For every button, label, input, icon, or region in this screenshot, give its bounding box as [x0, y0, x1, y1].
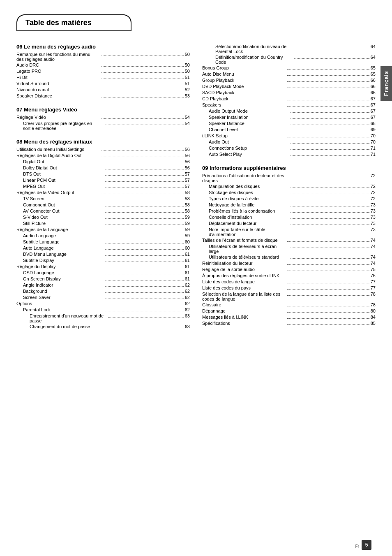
toc-entry: Définition/modification du Country Code …	[202, 54, 376, 65]
page-num: 71	[371, 152, 376, 157]
toc-entry: Audio Language 59	[16, 233, 190, 239]
section-heading: 06 Le menu des réglages audio	[16, 44, 190, 50]
content-area: 06 Le menu des réglages audio Remarque s…	[16, 44, 376, 330]
toc-entry: Messages liés à i.LINK 84	[202, 314, 376, 320]
dots	[101, 305, 184, 305]
dots	[291, 131, 369, 131]
toc-entry: Réglage du Display 61	[16, 264, 190, 270]
page-num: 72	[371, 196, 376, 201]
toc-entry: Audio DRC 50	[16, 62, 190, 68]
entry-label: Spécifications	[202, 321, 286, 326]
page-num: 77	[371, 285, 376, 290]
page-num: 67	[371, 96, 376, 101]
entry-label: Utilisateurs de téléviseurs standard	[209, 255, 289, 259]
entry-label: Speaker Distance	[16, 93, 100, 98]
entry-label: Dépannage	[202, 308, 286, 313]
toc-entry: Réglages de la Digital Audio Out 56	[16, 153, 190, 159]
entry-label: S-Video Out	[23, 215, 104, 220]
page-num: 73	[371, 227, 376, 232]
dots	[105, 286, 184, 287]
entry-label: AV Connector Out	[23, 208, 104, 213]
toc-entry: Auto Language 60	[16, 245, 190, 251]
dots	[105, 181, 184, 182]
dots	[287, 106, 369, 107]
toc-entry: Sélection/modification du niveau de Pare…	[202, 44, 376, 54]
entry-label: Still Picture	[23, 221, 104, 226]
entry-label: Note importante sur le câble d'alimentat…	[209, 227, 289, 237]
dots	[291, 143, 369, 144]
toc-entry: Hi-Bit 51	[16, 74, 190, 81]
entry-label: Réinitialisation du lecteur	[202, 261, 286, 266]
page-num: 60	[185, 246, 190, 250]
dots	[105, 311, 184, 311]
page-num: 51	[185, 75, 190, 80]
dots	[101, 56, 184, 56]
toc-entry: Auto Disc Menu 65	[202, 71, 376, 77]
entry-label: Liste des codes de langue	[202, 279, 286, 284]
entry-label: Déplacement du lecteur	[209, 221, 289, 226]
entry-label: Audio Out	[209, 139, 289, 144]
dots	[291, 194, 369, 194]
page-num: 58	[185, 202, 190, 207]
page-num: 84	[371, 315, 376, 320]
toc-entry: Speaker Distance 53	[16, 93, 190, 99]
entry-label: Options	[16, 301, 100, 306]
page-num: 54	[185, 115, 190, 120]
toc-entry: Virtual Surround 51	[16, 81, 190, 87]
entry-label: Auto Language	[23, 246, 104, 250]
dots	[291, 125, 369, 125]
page-title: Table des matières	[25, 19, 122, 27]
toc-entry: Types de disques à éviter 72	[202, 196, 376, 202]
entry-label: i.LINK Setup	[202, 133, 286, 138]
entry-label: Dolby Digital Out	[23, 165, 104, 170]
page-num: 63	[185, 324, 190, 329]
page-num: 74	[371, 244, 376, 249]
page-num: 62	[185, 301, 190, 306]
page-num: 74	[371, 255, 376, 259]
page-num: 78	[371, 302, 376, 307]
toc-entry: Sélection de la langue dans la liste des…	[202, 291, 376, 302]
entry-label: Tailles de l'écran et formats de disque	[202, 238, 286, 243]
dots	[287, 81, 369, 82]
dots	[287, 318, 369, 319]
entry-label: Glossaire	[202, 302, 286, 307]
toc-entry: MPEG Out 57	[16, 183, 190, 190]
page-num: 66	[371, 90, 376, 95]
dots	[101, 97, 184, 97]
page-num: 59	[185, 233, 190, 238]
entry-label: Remarque sur les fonctions du menu des r…	[16, 52, 100, 62]
page-num: 80	[371, 308, 376, 313]
entry-label: Messages liés à i.LINK	[202, 315, 286, 320]
toc-entry: i.LINK Setup 70	[202, 133, 376, 139]
page-num: 72	[371, 184, 376, 189]
dots	[101, 72, 184, 73]
toc-entry: TV Screen 58	[16, 196, 190, 202]
page-num: 67	[371, 102, 376, 107]
entry-label: À propos des réglages de sortie i.LINK	[202, 273, 286, 278]
toc-entry: Liste des codes du pays 77	[202, 285, 376, 291]
toc-entry: Subtitle Language 60	[16, 239, 190, 245]
toc-entry: Réinitialisation du lecteur 74	[202, 260, 376, 266]
page-num: 58	[185, 196, 190, 201]
toc-entry: Réglage Vidéo 54	[16, 114, 190, 120]
entry-label: Niveau du canal	[16, 87, 100, 92]
dots	[287, 264, 369, 265]
page-num: 53	[185, 93, 190, 98]
right-column: Sélection/modification du niveau de Pare…	[202, 44, 376, 330]
dots	[105, 262, 184, 262]
footer-fr-label: Fr	[355, 544, 359, 549]
dots	[291, 218, 369, 219]
toc-entry: Speakers 67	[202, 102, 376, 108]
toc-entry: CD Playback 67	[202, 96, 376, 102]
toc-entry: Tailles de l'écran et formats de disque …	[202, 237, 376, 243]
toc-entry: Group Playback 66	[202, 77, 376, 83]
toc-entry: Angle Indicator 62	[16, 282, 190, 288]
entry-label: Réglage Vidéo	[16, 115, 100, 120]
page-num: 61	[185, 270, 190, 275]
toc-entry: Audio Out 70	[202, 139, 376, 145]
entry-label: On Screen Display	[23, 276, 104, 281]
page-num: 61	[185, 252, 190, 257]
page-num: 58	[185, 190, 190, 195]
entry-label: Créer vos propres pré-réglages en sortie…	[23, 121, 104, 131]
toc-entry: DVD Menu Language 61	[16, 251, 190, 257]
